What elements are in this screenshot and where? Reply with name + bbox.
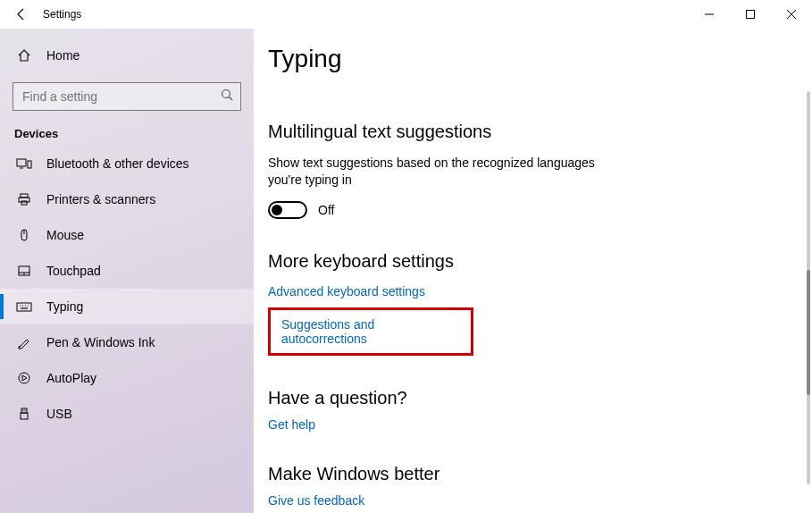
maximize-button[interactable] — [730, 0, 771, 29]
sidebar-home-label: Home — [46, 48, 80, 63]
svg-point-23 — [19, 373, 29, 383]
toggle-knob — [272, 205, 282, 215]
keyboard-icon — [14, 299, 34, 314]
svg-rect-9 — [21, 194, 28, 198]
mouse-icon — [14, 228, 34, 242]
sidebar-item-printers[interactable]: Printers & scanners — [0, 181, 254, 217]
svg-rect-7 — [28, 161, 31, 168]
sidebar: Home Devices Bluetooth & other devices P… — [0, 29, 254, 513]
window-title: Settings — [43, 8, 81, 21]
sidebar-item-pen[interactable]: Pen & Windows Ink — [0, 324, 254, 360]
toggle-state-label: Off — [318, 203, 334, 217]
svg-point-4 — [222, 90, 230, 98]
sidebar-category: Devices — [0, 111, 254, 146]
svg-rect-24 — [21, 408, 27, 413]
arrow-left-icon — [14, 7, 29, 21]
autoplay-icon — [14, 371, 34, 385]
multilingual-toggle[interactable]: Off — [268, 201, 812, 219]
section-multilingual: Multilingual text suggestions — [268, 122, 812, 142]
sidebar-item-bluetooth[interactable]: Bluetooth & other devices — [0, 146, 254, 181]
sidebar-item-mouse[interactable]: Mouse — [0, 217, 254, 253]
sidebar-item-label: AutoPlay — [46, 371, 96, 385]
svg-rect-25 — [21, 413, 28, 419]
toggle-track[interactable] — [268, 201, 307, 219]
scrollbar[interactable] — [807, 91, 810, 484]
sidebar-item-usb[interactable]: USB — [0, 396, 254, 432]
svg-rect-6 — [17, 159, 26, 166]
sidebar-item-label: Pen & Windows Ink — [46, 335, 155, 349]
search-container — [13, 82, 241, 111]
titlebar: Settings — [0, 0, 812, 29]
devices-icon — [14, 156, 34, 171]
svg-line-5 — [230, 97, 233, 101]
section-question: Have a question? — [268, 388, 812, 408]
pen-icon — [14, 335, 34, 349]
sidebar-item-autoplay[interactable]: AutoPlay — [0, 360, 254, 396]
scroll-clipped-hint — [268, 77, 812, 82]
window-controls — [689, 0, 812, 29]
close-icon — [786, 9, 797, 20]
sidebar-item-touchpad[interactable]: Touchpad — [0, 253, 254, 289]
touchpad-icon — [14, 264, 34, 278]
svg-rect-17 — [17, 303, 31, 311]
section-feedback: Make Windows better — [268, 464, 812, 484]
usb-icon — [14, 407, 34, 421]
scroll-thumb[interactable] — [807, 270, 810, 395]
minimize-icon — [704, 9, 715, 20]
sidebar-item-label: USB — [46, 407, 72, 421]
sidebar-item-label: Printers & scanners — [46, 192, 155, 206]
minimize-button[interactable] — [689, 0, 730, 29]
back-button[interactable] — [7, 0, 36, 29]
printer-icon — [14, 192, 34, 206]
link-give-feedback[interactable]: Give us feedback — [268, 493, 364, 508]
link-get-help[interactable]: Get help — [268, 417, 315, 432]
search-input[interactable] — [13, 82, 241, 111]
link-advanced-keyboard[interactable]: Advanced keyboard settings — [268, 284, 425, 299]
home-icon — [14, 48, 34, 63]
svg-rect-1 — [747, 11, 755, 19]
page-title: Typing — [268, 45, 812, 73]
content-area: Typing Multilingual text suggestions Sho… — [254, 29, 812, 513]
maximize-icon — [745, 9, 756, 20]
sidebar-item-label: Mouse — [46, 228, 84, 242]
highlight-box: Suggestions and autocorrections — [268, 307, 473, 356]
sidebar-home[interactable]: Home — [0, 38, 254, 73]
sidebar-item-typing[interactable]: Typing — [0, 289, 254, 324]
section-more-keyboard: More keyboard settings — [268, 251, 812, 272]
link-suggestions-autocorrections[interactable]: Suggestions and autocorrections — [281, 317, 460, 346]
multilingual-description: Show text suggestions based on the recog… — [268, 155, 625, 189]
sidebar-item-label: Bluetooth & other devices — [46, 156, 189, 171]
sidebar-item-label: Typing — [46, 299, 83, 314]
close-button[interactable] — [771, 0, 812, 29]
sidebar-item-label: Touchpad — [46, 264, 101, 278]
search-icon — [220, 88, 234, 105]
